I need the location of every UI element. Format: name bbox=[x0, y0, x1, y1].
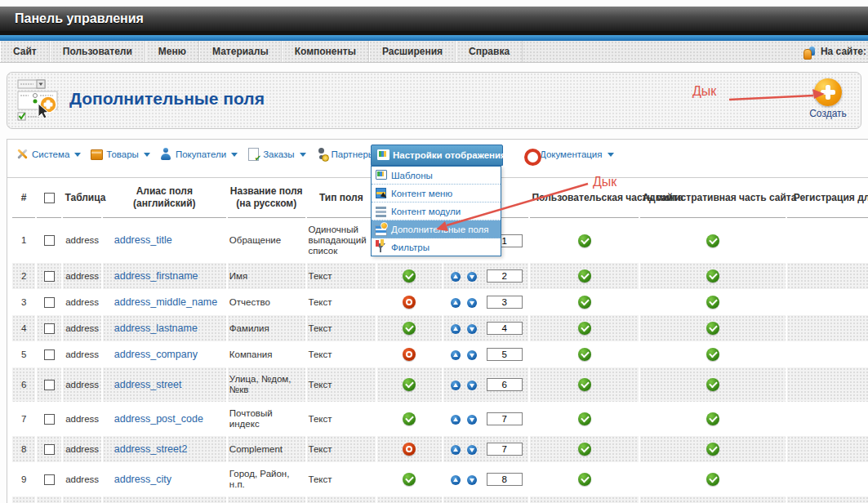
order-input[interactable] bbox=[487, 473, 523, 486]
admin-site-toggle-icon[interactable] bbox=[706, 269, 719, 283]
move-down-icon[interactable] bbox=[467, 381, 477, 390]
field-alias-link[interactable]: address_city bbox=[114, 474, 171, 485]
published-toggle-icon[interactable] bbox=[403, 443, 416, 456]
published-toggle-icon[interactable] bbox=[403, 473, 416, 486]
move-up-icon[interactable] bbox=[451, 475, 461, 485]
move-up-icon[interactable] bbox=[451, 324, 461, 334]
dropdown-item-content-menu[interactable]: Контент меню bbox=[372, 185, 501, 203]
menu-item-компоненты[interactable]: Компоненты bbox=[282, 41, 369, 62]
move-down-icon[interactable] bbox=[467, 324, 477, 334]
plus-icon bbox=[814, 78, 842, 106]
admin-site-toggle-icon[interactable] bbox=[706, 378, 719, 391]
user-site-toggle-icon[interactable] bbox=[578, 473, 591, 486]
dropdown-item-filters[interactable]: Фильтры bbox=[372, 238, 501, 256]
toolbar-item-help[interactable]: Документация bbox=[523, 148, 614, 161]
row-checkbox[interactable] bbox=[44, 474, 55, 485]
published-toggle-icon[interactable] bbox=[403, 322, 416, 335]
order-input[interactable] bbox=[487, 269, 523, 283]
published-toggle-icon[interactable] bbox=[403, 378, 416, 391]
row-checkbox[interactable] bbox=[44, 271, 55, 282]
dropdown-item-content-modules[interactable]: Контент модули bbox=[372, 203, 501, 220]
order-input[interactable] bbox=[487, 296, 523, 309]
field-alias-link[interactable]: address_firstname bbox=[114, 270, 198, 282]
move-down-icon[interactable] bbox=[467, 272, 477, 282]
menu-item-материалы[interactable]: Материалы bbox=[199, 41, 282, 62]
order-input[interactable] bbox=[487, 412, 523, 425]
box-icon bbox=[90, 148, 103, 161]
column-header-1 bbox=[37, 178, 61, 218]
field-alias-link[interactable]: address_middle_name bbox=[114, 296, 217, 308]
registration-cell bbox=[787, 341, 868, 367]
field-alias-link[interactable]: address_post_code bbox=[114, 413, 203, 425]
dropdown-item-extra-fields[interactable]: Дополнительные поля bbox=[372, 220, 501, 238]
toolbar-item-tools[interactable]: Система bbox=[16, 148, 81, 161]
user-site-toggle-icon[interactable] bbox=[578, 412, 591, 425]
move-down-icon[interactable] bbox=[467, 298, 477, 308]
row-checkbox[interactable] bbox=[44, 414, 55, 425]
move-down-icon[interactable] bbox=[467, 350, 477, 360]
menu-item-меню[interactable]: Меню bbox=[145, 41, 199, 62]
user-site-toggle-icon[interactable] bbox=[578, 322, 591, 335]
row-checkbox[interactable] bbox=[44, 297, 55, 308]
published-toggle-icon[interactable] bbox=[403, 348, 416, 361]
move-down-icon[interactable] bbox=[467, 415, 477, 425]
order-input[interactable] bbox=[487, 322, 523, 335]
move-up-icon[interactable] bbox=[451, 272, 461, 282]
table-row: 10 address address_telephone Телефон Тек… bbox=[12, 496, 868, 503]
menu-item-пользователи[interactable]: Пользователи bbox=[50, 41, 145, 62]
row-checkbox[interactable] bbox=[44, 235, 55, 246]
move-up-icon[interactable] bbox=[451, 445, 461, 455]
move-up-icon[interactable] bbox=[451, 350, 461, 360]
field-alias-link[interactable]: address_company bbox=[114, 349, 198, 360]
admin-site-toggle-icon[interactable] bbox=[706, 412, 719, 425]
user-site-toggle-icon[interactable] bbox=[578, 348, 591, 361]
admin-site-toggle-icon[interactable] bbox=[706, 473, 719, 486]
user-site-toggle-icon[interactable] bbox=[578, 269, 591, 283]
window-title: Панель управления bbox=[0, 11, 144, 26]
field-name-cell: Город, Район, н.п. bbox=[228, 462, 305, 496]
user-site-toggle-icon[interactable] bbox=[578, 378, 591, 391]
row-checkbox[interactable] bbox=[44, 349, 55, 360]
user-site-toggle-icon[interactable] bbox=[578, 443, 591, 456]
order-input[interactable] bbox=[487, 378, 523, 391]
published-toggle-icon[interactable] bbox=[403, 269, 416, 283]
field-alias-link[interactable]: address_street bbox=[114, 379, 182, 390]
user-site-toggle-icon[interactable] bbox=[578, 296, 591, 309]
admin-site-toggle-icon[interactable] bbox=[706, 443, 719, 456]
toolbar-item-orders[interactable]: Заказы bbox=[247, 148, 305, 161]
dropdown-item-templates[interactable]: Шаблоны bbox=[372, 167, 501, 185]
menu-item-справка[interactable]: Справка bbox=[456, 41, 523, 62]
toolbar-item-buyer[interactable]: Покупатели bbox=[159, 148, 238, 161]
move-down-icon[interactable] bbox=[467, 445, 477, 455]
create-button[interactable]: Создать bbox=[805, 78, 851, 119]
move-down-icon[interactable] bbox=[467, 475, 477, 485]
menu-item-расширения[interactable]: Расширения bbox=[369, 41, 456, 62]
published-toggle-icon[interactable] bbox=[403, 296, 416, 309]
move-up-icon[interactable] bbox=[451, 415, 461, 425]
field-alias-link[interactable]: address_lastname bbox=[114, 323, 198, 334]
table-name-cell: address bbox=[63, 462, 100, 496]
admin-site-toggle-icon[interactable] bbox=[706, 322, 719, 335]
create-button-label: Создать bbox=[805, 108, 851, 119]
admin-site-toggle-icon[interactable] bbox=[706, 348, 719, 361]
admin-site-toggle-icon[interactable] bbox=[706, 234, 719, 247]
move-up-icon[interactable] bbox=[451, 381, 461, 390]
admin-site-toggle-icon[interactable] bbox=[706, 296, 719, 309]
row-checkbox[interactable] bbox=[44, 323, 55, 334]
move-up-icon[interactable] bbox=[451, 298, 461, 308]
order-input[interactable] bbox=[487, 443, 523, 456]
row-checkbox[interactable] bbox=[44, 380, 55, 390]
menu-item-сайт[interactable]: Сайт bbox=[0, 41, 50, 62]
toolbar-item-box[interactable]: Товары bbox=[90, 148, 150, 161]
user-site-toggle-icon[interactable] bbox=[578, 234, 591, 247]
field-alias-link[interactable]: address_title bbox=[114, 234, 172, 246]
order-input[interactable] bbox=[487, 348, 523, 361]
online-status: На сайте: bbox=[803, 41, 866, 62]
caret-down-icon bbox=[144, 153, 150, 157]
row-checkbox[interactable] bbox=[44, 444, 55, 455]
select-all-checkbox[interactable] bbox=[44, 193, 55, 203]
display-icon bbox=[376, 149, 389, 162]
toolbar-item-display[interactable]: Настройки отображения bbox=[371, 145, 503, 166]
field-alias-link[interactable]: address_street2 bbox=[114, 443, 188, 455]
published-toggle-icon[interactable] bbox=[403, 412, 416, 425]
